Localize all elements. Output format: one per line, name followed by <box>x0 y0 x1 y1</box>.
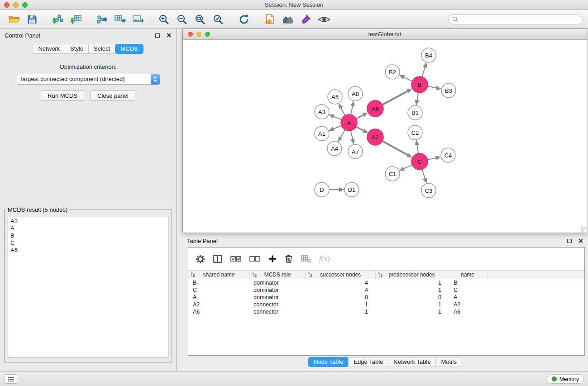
table-cell[interactable]: A <box>448 294 488 301</box>
table-cell[interactable]: A2 <box>188 301 250 308</box>
graph-edge[interactable] <box>333 116 341 120</box>
table-cell[interactable]: C <box>188 286 250 294</box>
graph-node[interactable]: B2 <box>385 65 400 79</box>
network-canvas[interactable]: B4B2BB3A5A8A6B1A3AA1C2A2A4A7C4CC1C3DD1 <box>183 40 587 233</box>
table-row[interactable]: Bdominator41B <box>188 279 584 286</box>
graph-edge[interactable] <box>417 144 418 154</box>
graph-node[interactable]: A1 <box>315 126 329 141</box>
tab-mcds[interactable]: MCDS <box>115 44 143 54</box>
graph-edge[interactable] <box>333 126 341 129</box>
list-item[interactable]: C <box>10 239 166 247</box>
table-row[interactable]: Cdominator41C <box>188 286 584 294</box>
tab-edge-table[interactable]: Edge Table <box>348 357 388 367</box>
table-cell[interactable]: A6 <box>188 308 250 315</box>
table-row[interactable]: Adominator80A <box>188 294 584 301</box>
tab-select[interactable]: Select <box>88 44 115 54</box>
graph-node[interactable]: A7 <box>348 144 363 159</box>
table-row[interactable]: A2connector11A2 <box>188 301 584 308</box>
minimize-network-window-button[interactable] <box>196 32 201 37</box>
eye-toggle-button[interactable] <box>316 12 333 27</box>
graph-edge[interactable] <box>422 169 425 179</box>
table-cell[interactable]: B <box>188 279 250 286</box>
unselect-all-columns-button[interactable] <box>249 256 260 262</box>
graph-node[interactable]: B4 <box>421 48 436 62</box>
table-cell[interactable]: A2 <box>448 301 488 308</box>
graph-edge[interactable] <box>356 127 364 131</box>
table-cell[interactable]: A6 <box>448 308 488 315</box>
export-table-button[interactable] <box>111 12 129 27</box>
table-cell[interactable]: 8 <box>306 294 376 301</box>
apply-layout-button[interactable] <box>235 12 253 27</box>
graph-node[interactable]: A <box>341 114 357 131</box>
table-cell[interactable]: dominator <box>250 294 306 301</box>
graph-edge[interactable] <box>417 93 418 101</box>
table-cell[interactable]: 1 <box>376 301 448 308</box>
graph-edge[interactable] <box>340 130 345 138</box>
float-panel-icon[interactable] <box>567 239 572 243</box>
run-mcds-button[interactable]: Run MCDS <box>41 91 84 101</box>
graph-edge[interactable] <box>351 105 353 114</box>
column-header-shared-name[interactable]: shared name <box>188 271 250 279</box>
select-all-columns-button[interactable] <box>230 256 241 262</box>
graph-node[interactable]: B1 <box>408 105 422 120</box>
graph-node[interactable]: C <box>411 153 428 170</box>
zoom-window-button[interactable] <box>22 2 28 8</box>
graph-node[interactable]: A4 <box>327 141 342 156</box>
delete-column-button[interactable] <box>285 254 293 263</box>
graph-edge[interactable] <box>403 165 412 169</box>
zoom-selected-button[interactable] <box>210 12 227 27</box>
create-column-button[interactable] <box>268 255 277 263</box>
zoom-fit-button[interactable] <box>191 12 209 27</box>
graph-node[interactable]: A2 <box>367 129 383 145</box>
table-cell[interactable]: dominator <box>250 286 306 294</box>
graph-node[interactable]: B3 <box>441 83 456 98</box>
column-header-mcds-role[interactable]: MCDS role <box>250 271 306 279</box>
graph-edge[interactable] <box>356 114 364 119</box>
close-window-button[interactable] <box>4 2 10 8</box>
search-input[interactable] <box>460 16 578 23</box>
table-cell[interactable]: connector <box>250 301 306 308</box>
zoom-network-window-button[interactable] <box>205 32 210 37</box>
table-cell[interactable]: A <box>188 294 250 301</box>
task-history-button[interactable] <box>5 374 17 384</box>
list-item[interactable]: A6 <box>10 247 166 254</box>
graph-edge[interactable] <box>382 141 409 156</box>
show-columns-button[interactable] <box>213 255 222 263</box>
graph-edge[interactable] <box>422 67 425 77</box>
zoom-out-button[interactable] <box>173 12 191 27</box>
list-item[interactable]: A <box>10 225 166 232</box>
graph-node[interactable]: D <box>315 182 329 197</box>
graph-node[interactable]: D1 <box>344 182 359 197</box>
tab-style[interactable]: Style <box>65 44 89 54</box>
table-cell[interactable]: 1 <box>306 301 376 308</box>
table-settings-button[interactable] <box>196 254 205 264</box>
table-cell[interactable]: 1 <box>376 286 448 294</box>
export-image-button[interactable] <box>129 12 147 27</box>
graph-node[interactable]: C1 <box>385 167 400 181</box>
save-session-button[interactable] <box>24 12 41 27</box>
home-button[interactable] <box>279 12 296 27</box>
minimize-window-button[interactable] <box>13 2 19 8</box>
style-brush-button[interactable] <box>297 12 315 27</box>
graph-node[interactable]: C2 <box>408 125 422 140</box>
graph-node[interactable]: A6 <box>367 100 383 117</box>
graph-edge[interactable] <box>351 131 353 140</box>
graph-node[interactable]: C3 <box>421 183 436 198</box>
table-cell[interactable]: 1 <box>376 279 448 286</box>
delete-table-button[interactable] <box>301 255 311 263</box>
graph-edge[interactable] <box>428 86 437 88</box>
graph-node[interactable]: A3 <box>315 105 329 119</box>
tab-motifs[interactable]: Motifs <box>435 357 462 367</box>
column-header-name[interactable]: name <box>448 271 488 279</box>
table-cell[interactable]: B <box>448 279 488 286</box>
search-box[interactable] <box>448 14 583 24</box>
graph-edge[interactable] <box>428 158 437 160</box>
export-network-button[interactable] <box>93 12 110 27</box>
graph-node[interactable]: A5 <box>328 90 342 104</box>
list-item[interactable]: A2 <box>10 218 166 225</box>
graph-edge[interactable] <box>382 91 409 105</box>
open-session-button[interactable] <box>5 12 23 27</box>
table-cell[interactable]: 4 <box>306 279 376 286</box>
tab-node-table[interactable]: Node Table <box>308 357 349 367</box>
column-header-successor-nodes[interactable]: successor nodes <box>306 271 376 279</box>
